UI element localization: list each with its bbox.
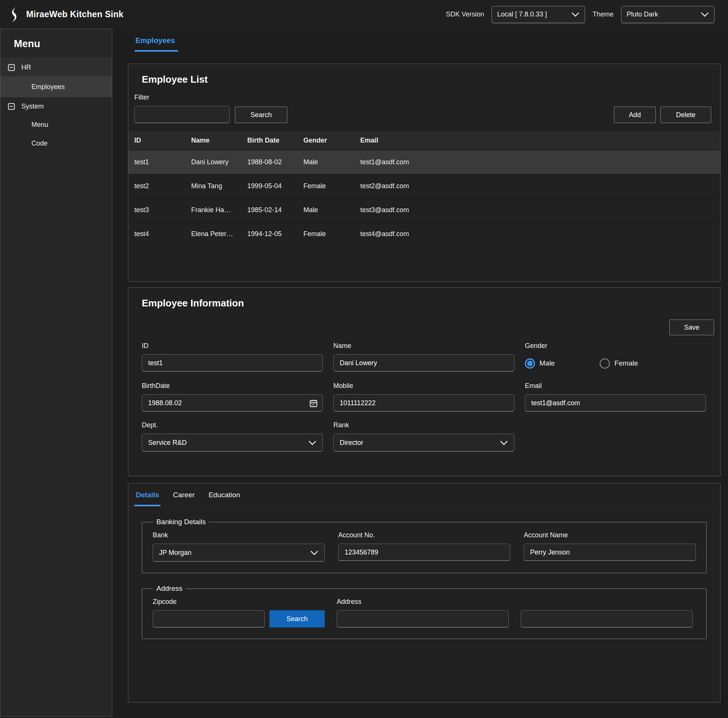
- sidebar-group-label: System: [21, 103, 44, 110]
- radio-female[interactable]: Female: [600, 358, 638, 369]
- gender-label: Gender: [525, 342, 706, 350]
- cell-id: test3: [134, 206, 191, 214]
- employee-info-form: ID Name Gender Male: [128, 337, 720, 452]
- cell-gender: Male: [303, 206, 360, 214]
- sidebar-item-code[interactable]: Code: [0, 134, 112, 153]
- table-row[interactable]: test3 Frankie Ha… 1985-02-14 Male test3@…: [128, 198, 720, 222]
- sidebar-group-system[interactable]: System: [0, 97, 112, 115]
- app-logo-icon: [7, 6, 20, 23]
- cell-birthdate: 1999-05-04: [247, 182, 303, 190]
- column-header-name: Name: [191, 136, 247, 144]
- details-panel: Details Career Education Banking Details…: [128, 483, 720, 703]
- cell-gender: Male: [303, 158, 360, 166]
- tab-details[interactable]: Details: [134, 491, 161, 506]
- employee-info-panel: Employee Information Save ID Name Gender: [128, 287, 720, 476]
- column-header-gender: Gender: [303, 136, 360, 144]
- cell-email: test3@asdf.com: [360, 206, 720, 214]
- topbar: MiraeWeb Kitchen Sink SDK Version Local …: [0, 0, 728, 29]
- delete-button[interactable]: Delete: [660, 107, 711, 123]
- employee-list-panel: Employee List Filter Search Add Delete I…: [128, 64, 720, 282]
- cell-email: test1@asdf.com: [360, 158, 720, 166]
- sidebar-group-hr[interactable]: HR: [0, 58, 112, 77]
- account-no-label: Account No.: [338, 531, 510, 539]
- filter-input[interactable]: [134, 106, 230, 123]
- sidebar: Menu HR Employees System Menu Code: [0, 29, 112, 716]
- id-field[interactable]: [142, 354, 323, 372]
- rank-select[interactable]: Director: [333, 434, 514, 452]
- cell-birthdate: 1994-12-05: [247, 230, 303, 238]
- table-row[interactable]: test1 Dani Lowery 1988-08-02 Male test1@…: [128, 150, 720, 174]
- account-name-field[interactable]: [524, 543, 696, 561]
- bank-select[interactable]: JP Morgan: [153, 543, 325, 562]
- theme-value: Pluto Dark: [627, 11, 658, 18]
- sidebar-item-label: Employees: [31, 83, 65, 91]
- radio-male[interactable]: Male: [525, 358, 555, 369]
- sidebar-group-label: HR: [21, 64, 31, 72]
- dept-select[interactable]: Service R&D: [142, 434, 323, 452]
- list-controls: Filter Search Add Delete: [128, 85, 720, 130]
- calendar-icon[interactable]: [309, 399, 318, 408]
- table-row[interactable]: test2 Mina Tang 1999-05-04 Female test2@…: [128, 174, 720, 198]
- radio-female-label: Female: [614, 359, 638, 367]
- address-fieldset: Address Zipcode Search Address: [142, 585, 707, 639]
- cell-email: test4@asdf.com: [360, 230, 720, 238]
- birthdate-label: BirthDate: [142, 382, 323, 390]
- zipcode-field[interactable]: [153, 610, 265, 628]
- theme-select[interactable]: Pluto Dark: [621, 6, 714, 23]
- mobile-label: Mobile: [333, 382, 514, 390]
- cell-name: Elena Peter…: [191, 230, 247, 238]
- save-button[interactable]: Save: [669, 320, 714, 335]
- filter-label: Filter: [134, 93, 230, 101]
- zipcode-label: Zipcode: [153, 598, 265, 606]
- collapse-icon[interactable]: [8, 103, 15, 110]
- cell-gender: Female: [303, 182, 360, 190]
- cell-birthdate: 1985-02-14: [247, 206, 303, 214]
- table-row[interactable]: test4 Elena Peter… 1994-12-05 Female tes…: [128, 222, 720, 246]
- birthdate-field[interactable]: [142, 394, 323, 412]
- topbar-controls: SDK Version Local [ 7.8.0.33 ] Theme Plu…: [446, 6, 714, 23]
- page-tab-strip: Employees: [128, 29, 720, 52]
- panel-title: Employee List: [128, 64, 720, 85]
- chevron-down-icon: [571, 12, 580, 17]
- collapse-icon[interactable]: [8, 64, 15, 71]
- sidebar-item-label: Code: [31, 139, 47, 147]
- email-field[interactable]: [525, 394, 706, 412]
- empty-cell: [525, 421, 706, 452]
- column-header-email: Email: [360, 136, 720, 144]
- mobile-field[interactable]: [333, 394, 514, 412]
- gender-radio-group: Male Female: [525, 354, 706, 372]
- account-no-field[interactable]: [338, 543, 510, 561]
- address-detail-field[interactable]: [521, 610, 693, 628]
- tab-education[interactable]: Education: [207, 491, 242, 505]
- address-legend: Address: [153, 585, 185, 592]
- sdk-version-label: SDK Version: [446, 11, 484, 18]
- radio-unselected-icon: [600, 358, 610, 369]
- radio-male-label: Male: [540, 359, 555, 367]
- name-field[interactable]: [333, 354, 514, 372]
- cell-email: test2@asdf.com: [360, 182, 720, 190]
- sdk-version-select[interactable]: Local [ 7.8.0.33 ]: [492, 6, 585, 23]
- tab-employees[interactable]: Employees: [135, 36, 178, 52]
- panel-title: Employee Information: [128, 288, 720, 309]
- banking-details-legend: Banking Details: [153, 518, 209, 526]
- column-header-id: ID: [134, 136, 191, 144]
- details-tab-strip: Details Career Education: [128, 484, 720, 507]
- search-button[interactable]: Search: [235, 107, 287, 123]
- sidebar-item-menu[interactable]: Menu: [0, 115, 112, 134]
- add-button[interactable]: Add: [614, 107, 656, 123]
- sidebar-title: Menu: [0, 29, 112, 58]
- table-header: ID Name Birth Date Gender Email: [128, 130, 720, 150]
- cell-id: test2: [134, 182, 191, 190]
- sidebar-item-label: Menu: [31, 121, 48, 129]
- sidebar-item-employees[interactable]: Employees: [0, 77, 112, 97]
- address-field[interactable]: [337, 610, 509, 628]
- cell-name: Frankie Ha…: [191, 206, 247, 214]
- dept-value: Service R&D: [148, 439, 187, 447]
- zipcode-search-button[interactable]: Search: [269, 610, 325, 628]
- tab-career[interactable]: Career: [171, 491, 196, 505]
- banking-details-fieldset: Banking Details Bank JP Morgan Account N…: [142, 518, 707, 573]
- rank-label: Rank: [333, 421, 514, 429]
- cell-name: Dani Lowery: [191, 158, 247, 166]
- cell-id: test4: [134, 230, 191, 238]
- email-label: Email: [525, 382, 706, 390]
